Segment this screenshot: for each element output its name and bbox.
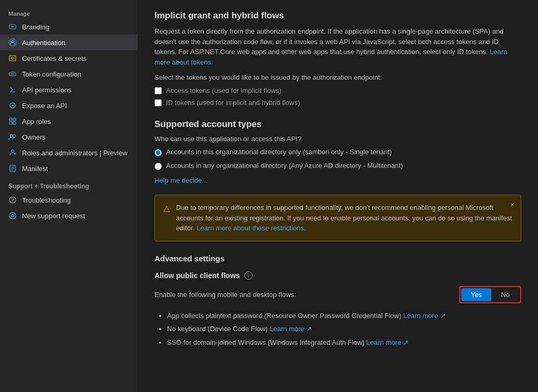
new-support-icon	[8, 211, 17, 220]
sidebar-expose-api-label: Expose an API	[22, 102, 67, 110]
id-tokens-checkbox-label[interactable]: ID tokens (used for implicit and hybrid …	[154, 99, 521, 107]
sidebar-roles-admins-label: Roles and administrators | Preview	[22, 149, 128, 157]
manage-section-label: Manage	[0, 4, 138, 19]
svg-point-11	[11, 135, 13, 137]
sidebar-item-new-support[interactable]: New support request	[0, 208, 138, 224]
bullet-3-learn-more-link[interactable]: Learn more ↗	[366, 338, 409, 346]
svg-point-18	[12, 215, 14, 217]
branding-icon	[8, 23, 17, 31]
roles-admins-icon	[8, 149, 17, 157]
toggle-group: Yes No	[459, 286, 521, 303]
sidebar: Manage Branding Authentication Certifica…	[0, 0, 138, 392]
svg-point-4	[12, 57, 14, 59]
single-tenant-radio[interactable]	[154, 149, 162, 156]
multitenant-radio[interactable]	[154, 163, 162, 170]
radio-group: Accounts in this organizational director…	[154, 148, 521, 170]
api-permissions-icon	[8, 86, 17, 94]
help-me-decide-link[interactable]: Help me decide...	[154, 176, 208, 184]
bullet-1-learn-more-link[interactable]: Learn more ↗	[403, 312, 446, 320]
svg-rect-7	[9, 118, 12, 121]
bullet-item-2: No keyboard (Device Code Flow) Learn mor…	[167, 324, 521, 334]
svg-rect-8	[13, 118, 16, 121]
flows-toggle-label: Enable the following mobile and desktop …	[154, 291, 296, 299]
sidebar-certificates-label: Certificates & secrets	[22, 55, 87, 62]
sidebar-branding-label: Branding	[22, 23, 49, 31]
svg-point-17	[9, 213, 16, 219]
warning-learn-more-link[interactable]: Learn more about these restrictions.	[196, 224, 306, 232]
sidebar-item-api-permissions[interactable]: API permissions	[0, 82, 138, 98]
sidebar-item-token[interactable]: Token configuration	[0, 66, 138, 82]
warning-close-button[interactable]: ×	[510, 200, 514, 209]
sidebar-item-manifest[interactable]: Manifest	[0, 161, 138, 176]
sidebar-authentication-label: Authentication	[22, 39, 65, 47]
toggle-yes-button[interactable]: Yes	[461, 288, 491, 301]
svg-rect-10	[13, 122, 16, 124]
sidebar-owners-label: Owners	[22, 133, 46, 141]
sidebar-manifest-label: Manifest	[22, 165, 48, 173]
info-icon[interactable]: i	[244, 271, 253, 280]
who-can-use-label: Who can use this application or access t…	[154, 135, 521, 143]
flows-toggle-row: Enable the following mobile and desktop …	[154, 286, 521, 303]
sidebar-item-expose-api[interactable]: Expose an API	[0, 98, 138, 113]
access-tokens-label: Access tokens (used for implicit flows)	[166, 87, 282, 94]
single-tenant-radio-label[interactable]: Accounts in this organizational director…	[154, 148, 521, 156]
svg-rect-9	[9, 122, 12, 124]
sidebar-item-certificates[interactable]: Certificates & secrets	[0, 50, 138, 66]
support-section-label: Support + Troubleshooting	[0, 176, 138, 192]
bullet-item-3: SSO for domain-joined Windows (Windows I…	[167, 337, 521, 348]
authentication-icon	[8, 38, 17, 47]
implicit-grant-section: Implicit grant and hybrid flows Request …	[154, 10, 521, 107]
advanced-settings-title: Advanced settings	[154, 254, 521, 263]
main-content: Implicit grant and hybrid flows Request …	[138, 0, 538, 392]
sidebar-item-app-roles[interactable]: App roles	[0, 113, 138, 129]
expose-api-icon	[8, 101, 17, 110]
certificates-icon	[8, 54, 17, 62]
svg-rect-3	[9, 56, 16, 61]
owners-icon	[8, 133, 17, 141]
sidebar-token-label: Token configuration	[22, 70, 81, 78]
implicit-grant-description: Request a token directly from the author…	[154, 26, 521, 67]
select-tokens-label: Select the tokens you would like to be i…	[154, 73, 521, 81]
supported-accounts-section: Supported account types Who can use this…	[154, 119, 521, 195]
public-client-label: Allow public client flows	[154, 271, 240, 280]
app-roles-icon	[8, 117, 17, 125]
sidebar-item-owners[interactable]: Owners	[0, 129, 138, 145]
warning-text: Due to temporary differences in supporte…	[176, 203, 512, 234]
multitenant-label: Accounts in any organizational directory…	[166, 162, 403, 169]
sidebar-item-roles-admins[interactable]: Roles and administrators | Preview	[0, 145, 138, 161]
supported-accounts-title: Supported account types	[154, 119, 521, 130]
implicit-grant-title: Implicit grant and hybrid flows	[154, 10, 521, 21]
troubleshooting-icon	[8, 196, 17, 204]
sidebar-app-roles-label: App roles	[22, 118, 51, 125]
warning-banner: △ Due to temporary differences in suppor…	[154, 195, 521, 241]
bullet-item-1: App collects plaintext password (Resourc…	[167, 311, 521, 321]
single-tenant-label: Accounts in this organizational director…	[166, 148, 392, 156]
sidebar-new-support-label: New support request	[22, 212, 85, 220]
sidebar-item-branding[interactable]: Branding	[0, 19, 138, 35]
token-icon	[8, 70, 17, 78]
advanced-settings-section: Advanced settings Allow public client fl…	[154, 254, 521, 348]
access-tokens-checkbox-label[interactable]: Access tokens (used for implicit flows)	[154, 87, 521, 94]
svg-point-13	[12, 150, 14, 153]
multitenant-radio-label[interactable]: Accounts in any organizational directory…	[154, 162, 521, 170]
sidebar-troubleshooting-label: Troubleshooting	[22, 196, 71, 204]
id-tokens-checkbox[interactable]	[154, 99, 162, 107]
svg-point-12	[13, 135, 16, 137]
sidebar-item-authentication[interactable]: Authentication	[0, 35, 138, 50]
bullet-list: App collects plaintext password (Resourc…	[154, 311, 521, 348]
checkbox-group: Access tokens (used for implicit flows) …	[154, 87, 521, 107]
toggle-no-button[interactable]: No	[491, 288, 519, 301]
svg-point-16	[12, 202, 13, 202]
bullet-2-learn-more-link[interactable]: Learn more ↗	[270, 325, 312, 333]
public-client-header: Allow public client flows i	[154, 271, 521, 280]
access-tokens-checkbox[interactable]	[154, 87, 162, 94]
sidebar-item-troubleshooting[interactable]: Troubleshooting	[0, 192, 138, 208]
sidebar-api-permissions-label: API permissions	[22, 86, 71, 94]
warning-icon: △	[163, 203, 170, 213]
manifest-icon	[8, 164, 17, 173]
id-tokens-label: ID tokens (used for implicit and hybrid …	[166, 99, 300, 107]
